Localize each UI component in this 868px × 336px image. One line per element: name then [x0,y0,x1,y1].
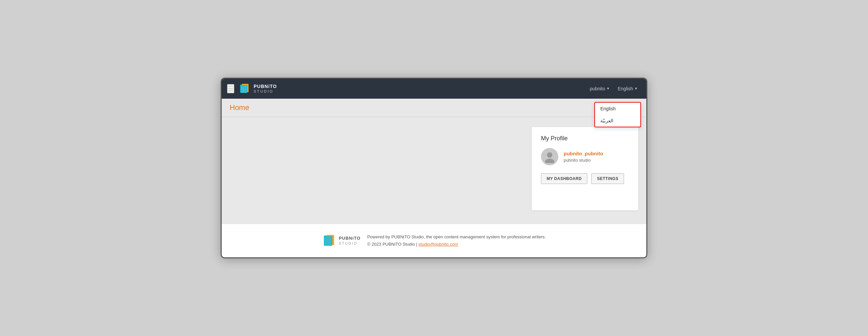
footer-copy: Powered by PUBNiTO Studio, the open cont… [367,233,546,248]
footer-brand-name: PUBNiTO [339,236,360,241]
footer-brand-sub: STUDIO [339,241,360,246]
profile-card: My Profile pubnito_pubnito pubnito studi… [532,127,638,210]
settings-button[interactable]: SETTINGS [591,173,624,184]
footer-copyright: © 2023 PUBNiTO Studio | [367,242,417,247]
footer-logo-icon [322,234,336,248]
main-content: My Profile pubnito_pubnito pubnito studi… [222,117,646,224]
footer-copyright-line: © 2023 PUBNiTO Studio | studio@pubnito.c… [367,241,546,248]
user-menu-button[interactable]: pubnito ▼ [586,84,613,93]
lang-menu-button[interactable]: English ▼ [614,84,641,93]
page-header: Home [222,99,646,117]
dashboard-button[interactable]: MY DASHBOARD [541,173,587,184]
footer-powered-by: Powered by PUBNiTO Studio, the open cont… [367,233,546,241]
hamburger-button[interactable]: ☰ [227,84,234,93]
profile-details: pubnito_pubnito pubnito studio [564,151,603,163]
lang-dropdown: English العربيّة [594,102,641,127]
navbar-brand: PUBNiTO STUDIO [238,83,277,95]
lang-option-en[interactable]: English [595,103,640,115]
svg-rect-3 [241,86,247,93]
profile-actions: MY DASHBOARD SETTINGS [541,173,629,184]
profile-org: pubnito studio [564,158,603,163]
footer: PUBNiTO STUDIO Powered by PUBNiTO Studio… [222,224,646,257]
footer-email-link[interactable]: studio@pubnito.com [418,242,458,247]
browser-window: ☰ PUBNiTO STUDIO pubnito ▼ English ▼ [221,78,647,258]
lang-option-ar[interactable]: العربيّة [595,115,640,127]
svg-point-5 [545,159,554,163]
footer-logo: PUBNiTO STUDIO [322,234,360,248]
profile-info: pubnito_pubnito pubnito studio [541,148,629,165]
brand-sub: STUDIO [254,89,277,94]
navbar: ☰ PUBNiTO STUDIO pubnito ▼ English ▼ [222,79,646,99]
lang-caret-icon: ▼ [634,87,638,90]
avatar [541,148,558,165]
navbar-right: pubnito ▼ English ▼ English العربيّة [586,84,641,93]
avatar-icon [543,150,556,163]
user-caret-icon: ▼ [606,87,610,90]
svg-rect-9 [325,237,332,246]
profile-card-title: My Profile [541,135,629,142]
profile-username: pubnito_pubnito [564,151,603,156]
brand-name: PUBNiTO [254,84,277,89]
page-title: Home [230,103,638,112]
logo-icon [238,83,250,95]
svg-point-4 [547,152,552,158]
